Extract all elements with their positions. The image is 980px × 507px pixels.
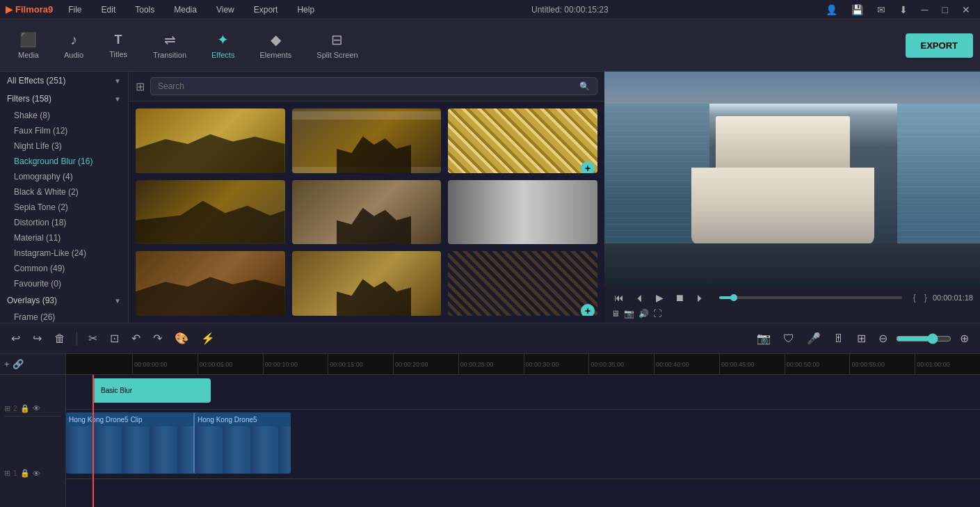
effects-icon: ✦ xyxy=(217,31,229,48)
sidebar-item-material[interactable]: Material (11) xyxy=(0,230,128,246)
rotate-left-button[interactable]: ↶ xyxy=(127,329,145,348)
color-button[interactable]: 🎨 xyxy=(170,329,193,348)
toolbar-split-screen[interactable]: ⊟ Split Screen xyxy=(305,27,369,63)
effect-item-grey[interactable]: Grey xyxy=(448,180,597,245)
volume-button[interactable]: 🔊 xyxy=(638,309,649,319)
plus-icon[interactable]: ⊕ xyxy=(956,329,973,348)
zoom-slider[interactable] xyxy=(896,333,951,344)
progress-knob xyxy=(730,294,737,301)
progress-bar[interactable] xyxy=(719,296,902,299)
effect-item-disc1[interactable]: Disc 1 xyxy=(136,180,285,245)
minimize-button[interactable]: ─ xyxy=(917,4,933,15)
toolbar-audio[interactable]: ♪ Audio xyxy=(53,28,95,63)
time-marker-5: 00:00:25:00 xyxy=(458,354,524,375)
sidebar-item-lomography[interactable]: Lomography (4) xyxy=(0,169,128,184)
effect-item-diamonds[interactable]: + Diamonds xyxy=(448,108,597,173)
toolbar-titles[interactable]: T Titles xyxy=(97,29,139,63)
track-1-eye-icon[interactable]: 👁 xyxy=(33,469,40,478)
toolbar-media[interactable]: ⬛ Media xyxy=(7,27,50,63)
speed-button[interactable]: ⚡ xyxy=(197,329,219,348)
mic-icon[interactable]: 🎤 xyxy=(803,329,825,348)
sidebar-item-background-blur[interactable]: Background Blur (16) xyxy=(0,154,128,169)
sidebar-item-night-life[interactable]: Night Life (3) xyxy=(0,138,128,154)
effect-item-7[interactable] xyxy=(136,251,285,316)
menu-export[interactable]: Export xyxy=(250,3,282,16)
bracket-right[interactable]: } xyxy=(924,293,927,303)
playhead[interactable] xyxy=(93,375,94,507)
search-box: 🔍 xyxy=(150,77,597,95)
effect-item-8[interactable] xyxy=(292,251,442,316)
toolbar-transition[interactable]: ⇌ Transition xyxy=(142,27,198,63)
effect-item-frosted[interactable]: Frosted xyxy=(292,180,442,245)
track-1-controls: ⊞ 1 🔒 👁 xyxy=(4,469,61,478)
time-marker-2: 00:00:10:00 xyxy=(263,354,328,375)
sidebar-item-favourite[interactable]: Favourite (0) xyxy=(0,276,128,291)
crop-button[interactable]: ⊡ xyxy=(106,329,123,348)
user-icon[interactable]: 👤 xyxy=(821,4,842,15)
video-clip-2[interactable]: Hong Kong Drone5 xyxy=(193,412,291,474)
elements-icon: ◆ xyxy=(271,31,281,48)
search-input[interactable] xyxy=(158,81,575,91)
effect-thumb-disc1 xyxy=(136,180,285,245)
play-button[interactable]: ▶ xyxy=(653,291,666,305)
track-2-eye-icon[interactable]: 👁 xyxy=(33,404,40,412)
delete-button[interactable]: 🗑 xyxy=(50,330,70,348)
track-2-lock-icon[interactable]: 🔒 xyxy=(20,404,30,413)
filters-header[interactable]: Filters (158) ▼ xyxy=(0,90,128,108)
link-button[interactable]: 🔗 xyxy=(13,359,24,369)
toolbar-elements[interactable]: ◆ Elements xyxy=(248,27,303,63)
menu-help[interactable]: Help xyxy=(293,3,319,16)
camera-icon[interactable]: 📷 xyxy=(753,329,775,348)
audio-mix-icon[interactable]: 🎚 xyxy=(829,330,849,348)
video-clip-1-label: Hong Kong Drone5 Clip xyxy=(69,416,143,424)
menu-view[interactable]: View xyxy=(212,3,239,16)
fullscreen-button[interactable]: ⛶ xyxy=(653,309,661,319)
undo-button[interactable]: ↩ xyxy=(7,329,24,348)
maximize-button[interactable]: □ xyxy=(938,4,952,15)
add-track-button[interactable]: + xyxy=(4,359,10,369)
redo-button[interactable]: ↪ xyxy=(29,329,46,348)
minus-icon[interactable]: ⊖ xyxy=(874,329,892,348)
prev-button[interactable]: ⏴ xyxy=(632,291,648,305)
bracket-left[interactable]: { xyxy=(913,293,916,303)
tracks-area: Basic Blur Hong Kong Drone5 Clip Hong Ko… xyxy=(66,375,980,507)
sidebar-item-black-white[interactable]: Black & White (2) xyxy=(0,184,128,200)
sidebar-item-common[interactable]: Common (49) xyxy=(0,261,128,276)
next-button[interactable]: ⏵ xyxy=(693,291,708,305)
shield-icon[interactable]: 🛡 xyxy=(779,330,798,348)
monitor-icon[interactable]: 🖥 xyxy=(611,309,620,319)
all-effects-header[interactable]: All Effects (251) ▼ xyxy=(0,72,128,90)
snapshot-button[interactable]: 📷 xyxy=(624,309,634,319)
save-icon[interactable]: 💾 xyxy=(847,4,867,15)
cut-button[interactable]: ✂ xyxy=(84,329,102,348)
effect-item-blur-bars[interactable]: Blur Bars xyxy=(292,108,442,173)
menu-file[interactable]: File xyxy=(64,3,86,16)
toolbar-effects[interactable]: ✦ Effects xyxy=(200,27,246,63)
menu-tools[interactable]: Tools xyxy=(131,3,159,16)
add-badge-diamonds: + xyxy=(581,161,595,173)
time-marker-12: 00:01:00:00 xyxy=(915,354,980,375)
menu-edit[interactable]: Edit xyxy=(97,3,120,16)
sidebar-item-distortion[interactable]: Distortion (18) xyxy=(0,215,128,230)
effect-item-basic-blur[interactable]: Basic Blur xyxy=(136,108,285,173)
rotate-right-button[interactable]: ↷ xyxy=(149,329,166,348)
pip-icon[interactable]: ⊞ xyxy=(853,329,870,348)
track-1-lock-icon[interactable]: 🔒 xyxy=(20,469,30,478)
menu-media[interactable]: Media xyxy=(170,3,201,16)
sidebar-item-faux-film[interactable]: Faux Film (12) xyxy=(0,123,128,138)
sidebar-item-sepia-tone[interactable]: Sepia Tone (2) xyxy=(0,200,128,215)
sidebar-item-instagram-like[interactable]: Instagram-Like (24) xyxy=(0,246,128,261)
grid-view-icon[interactable]: ⊞ xyxy=(136,80,145,93)
effect-item-9[interactable]: + xyxy=(448,251,597,316)
download-icon[interactable]: ⬇ xyxy=(895,4,912,15)
effect-clip-basic-blur[interactable]: Basic Blur xyxy=(93,378,211,403)
sidebar-item-shake[interactable]: Shake (8) xyxy=(0,108,128,123)
export-button[interactable]: EXPORT xyxy=(906,33,973,58)
close-button[interactable]: ✕ xyxy=(958,4,974,15)
mail-icon[interactable]: ✉ xyxy=(873,4,890,15)
timeline-header-controls: + 🔗 xyxy=(0,354,66,374)
prev-frame-button[interactable]: ⏮ xyxy=(611,291,627,305)
sidebar-item-frame[interactable]: Frame (26) xyxy=(0,309,128,323)
overlays-header[interactable]: Overlays (93) ▼ xyxy=(0,291,128,309)
stop-button[interactable]: ⏹ xyxy=(672,291,687,305)
